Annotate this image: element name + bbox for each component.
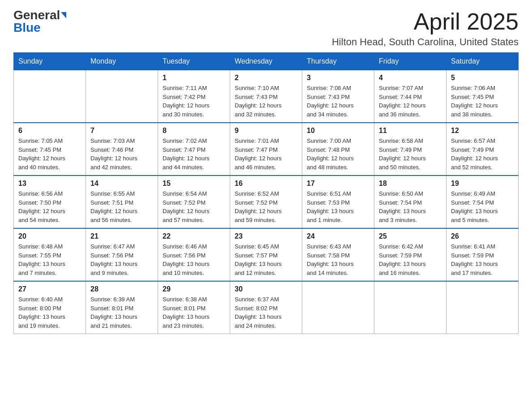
calendar-cell: 30Sunrise: 6:37 AM Sunset: 8:02 PM Dayli… <box>230 281 302 334</box>
day-info: Sunrise: 7:00 AM Sunset: 7:48 PM Dayligh… <box>307 137 369 171</box>
weekday-header-thursday: Thursday <box>302 53 374 70</box>
calendar-cell: 14Sunrise: 6:55 AM Sunset: 7:51 PM Dayli… <box>86 176 158 228</box>
day-number: 25 <box>379 232 442 240</box>
day-info: Sunrise: 7:11 AM Sunset: 7:42 PM Dayligh… <box>163 84 225 119</box>
logo-general-text: General <box>13 9 60 21</box>
day-info: Sunrise: 6:58 AM Sunset: 7:49 PM Dayligh… <box>379 137 442 171</box>
day-info: Sunrise: 6:51 AM Sunset: 7:53 PM Dayligh… <box>307 189 369 224</box>
day-info: Sunrise: 6:50 AM Sunset: 7:54 PM Dayligh… <box>379 189 442 224</box>
day-info: Sunrise: 6:40 AM Sunset: 8:00 PM Dayligh… <box>18 295 81 330</box>
day-info: Sunrise: 6:54 AM Sunset: 7:52 PM Dayligh… <box>163 189 225 224</box>
day-number: 21 <box>90 232 153 240</box>
calendar-cell: 16Sunrise: 6:52 AM Sunset: 7:52 PM Dayli… <box>230 176 302 228</box>
day-number: 2 <box>235 74 297 82</box>
calendar-cell: 27Sunrise: 6:40 AM Sunset: 8:00 PM Dayli… <box>14 281 86 334</box>
calendar-cell <box>446 281 519 334</box>
day-number: 28 <box>90 285 153 293</box>
page-header: General Blue April 2025 Hilton Head, Sou… <box>13 9 519 48</box>
day-info: Sunrise: 7:05 AM Sunset: 7:45 PM Dayligh… <box>18 137 81 171</box>
day-number: 13 <box>18 180 81 188</box>
day-number: 20 <box>18 232 81 240</box>
calendar-cell: 13Sunrise: 6:56 AM Sunset: 7:50 PM Dayli… <box>14 176 86 228</box>
calendar-cell: 23Sunrise: 6:45 AM Sunset: 7:57 PM Dayli… <box>230 228 302 281</box>
day-number: 10 <box>307 127 369 135</box>
day-number: 24 <box>307 232 369 240</box>
day-info: Sunrise: 6:46 AM Sunset: 7:56 PM Dayligh… <box>163 242 225 277</box>
day-info: Sunrise: 6:47 AM Sunset: 7:56 PM Dayligh… <box>90 242 153 277</box>
calendar-cell: 24Sunrise: 6:43 AM Sunset: 7:58 PM Dayli… <box>302 228 374 281</box>
calendar-cell: 5Sunrise: 7:06 AM Sunset: 7:45 PM Daylig… <box>446 70 519 123</box>
logo: General Blue <box>13 9 66 34</box>
day-info: Sunrise: 6:38 AM Sunset: 8:01 PM Dayligh… <box>163 295 225 330</box>
day-number: 4 <box>379 74 442 82</box>
calendar-cell <box>302 281 374 334</box>
day-number: 16 <box>235 180 297 188</box>
calendar-cell: 9Sunrise: 7:01 AM Sunset: 7:47 PM Daylig… <box>230 123 302 176</box>
calendar-week-row: 13Sunrise: 6:56 AM Sunset: 7:50 PM Dayli… <box>14 176 519 228</box>
day-number: 29 <box>163 285 225 293</box>
calendar-table: SundayMondayTuesdayWednesdayThursdayFrid… <box>13 52 519 334</box>
calendar-cell: 29Sunrise: 6:38 AM Sunset: 8:01 PM Dayli… <box>158 281 230 334</box>
day-number: 9 <box>235 127 297 135</box>
day-info: Sunrise: 7:02 AM Sunset: 7:47 PM Dayligh… <box>163 137 225 171</box>
calendar-cell: 26Sunrise: 6:41 AM Sunset: 7:59 PM Dayli… <box>446 228 519 281</box>
calendar-cell: 6Sunrise: 7:05 AM Sunset: 7:45 PM Daylig… <box>14 123 86 176</box>
day-number: 23 <box>235 232 297 240</box>
day-info: Sunrise: 7:06 AM Sunset: 7:45 PM Dayligh… <box>451 84 514 119</box>
calendar-cell <box>14 70 86 123</box>
day-number: 17 <box>307 180 369 188</box>
month-title: April 2025 <box>332 9 519 34</box>
calendar-cell: 2Sunrise: 7:10 AM Sunset: 7:43 PM Daylig… <box>230 70 302 123</box>
day-number: 12 <box>451 127 514 135</box>
calendar-cell: 21Sunrise: 6:47 AM Sunset: 7:56 PM Dayli… <box>86 228 158 281</box>
calendar-week-row: 20Sunrise: 6:48 AM Sunset: 7:55 PM Dayli… <box>14 228 519 281</box>
day-info: Sunrise: 6:56 AM Sunset: 7:50 PM Dayligh… <box>18 189 81 224</box>
day-info: Sunrise: 6:41 AM Sunset: 7:59 PM Dayligh… <box>451 242 514 277</box>
calendar-cell: 22Sunrise: 6:46 AM Sunset: 7:56 PM Dayli… <box>158 228 230 281</box>
day-number: 15 <box>163 180 225 188</box>
day-info: Sunrise: 6:57 AM Sunset: 7:49 PM Dayligh… <box>451 137 514 171</box>
calendar-cell: 28Sunrise: 6:39 AM Sunset: 8:01 PM Dayli… <box>86 281 158 334</box>
day-number: 14 <box>90 180 153 188</box>
day-info: Sunrise: 6:39 AM Sunset: 8:01 PM Dayligh… <box>90 295 153 330</box>
weekday-header-monday: Monday <box>86 53 158 70</box>
day-info: Sunrise: 6:52 AM Sunset: 7:52 PM Dayligh… <box>235 189 297 224</box>
weekday-header-saturday: Saturday <box>446 53 519 70</box>
calendar-week-row: 1Sunrise: 7:11 AM Sunset: 7:42 PM Daylig… <box>14 70 519 123</box>
day-info: Sunrise: 7:07 AM Sunset: 7:44 PM Dayligh… <box>379 84 442 119</box>
day-number: 5 <box>451 74 514 82</box>
calendar-cell: 8Sunrise: 7:02 AM Sunset: 7:47 PM Daylig… <box>158 123 230 176</box>
weekday-header-wednesday: Wednesday <box>230 53 302 70</box>
day-number: 8 <box>163 127 225 135</box>
calendar-cell <box>86 70 158 123</box>
day-info: Sunrise: 6:42 AM Sunset: 7:59 PM Dayligh… <box>379 242 442 277</box>
weekday-header-sunday: Sunday <box>14 53 86 70</box>
day-info: Sunrise: 6:49 AM Sunset: 7:54 PM Dayligh… <box>451 189 514 224</box>
calendar-cell: 10Sunrise: 7:00 AM Sunset: 7:48 PM Dayli… <box>302 123 374 176</box>
day-number: 30 <box>235 285 297 293</box>
day-info: Sunrise: 6:48 AM Sunset: 7:55 PM Dayligh… <box>18 242 81 277</box>
day-number: 18 <box>379 180 442 188</box>
calendar-cell: 25Sunrise: 6:42 AM Sunset: 7:59 PM Dayli… <box>374 228 446 281</box>
calendar-week-row: 6Sunrise: 7:05 AM Sunset: 7:45 PM Daylig… <box>14 123 519 176</box>
calendar-cell: 19Sunrise: 6:49 AM Sunset: 7:54 PM Dayli… <box>446 176 519 228</box>
day-number: 6 <box>18 127 81 135</box>
day-info: Sunrise: 7:01 AM Sunset: 7:47 PM Dayligh… <box>235 137 297 171</box>
calendar-cell: 15Sunrise: 6:54 AM Sunset: 7:52 PM Dayli… <box>158 176 230 228</box>
day-info: Sunrise: 7:10 AM Sunset: 7:43 PM Dayligh… <box>235 84 297 119</box>
day-info: Sunrise: 6:43 AM Sunset: 7:58 PM Dayligh… <box>307 242 369 277</box>
day-number: 11 <box>379 127 442 135</box>
calendar-header-row: SundayMondayTuesdayWednesdayThursdayFrid… <box>14 53 519 70</box>
day-info: Sunrise: 7:03 AM Sunset: 7:46 PM Dayligh… <box>90 137 153 171</box>
day-number: 1 <box>163 74 225 82</box>
day-number: 3 <box>307 74 369 82</box>
calendar-week-row: 27Sunrise: 6:40 AM Sunset: 8:00 PM Dayli… <box>14 281 519 334</box>
logo-triangle-icon <box>61 12 66 18</box>
day-number: 27 <box>18 285 81 293</box>
calendar-cell: 7Sunrise: 7:03 AM Sunset: 7:46 PM Daylig… <box>86 123 158 176</box>
day-number: 22 <box>163 232 225 240</box>
weekday-header-tuesday: Tuesday <box>158 53 230 70</box>
calendar-cell: 3Sunrise: 7:08 AM Sunset: 7:43 PM Daylig… <box>302 70 374 123</box>
day-number: 26 <box>451 232 514 240</box>
day-info: Sunrise: 6:55 AM Sunset: 7:51 PM Dayligh… <box>90 189 153 224</box>
